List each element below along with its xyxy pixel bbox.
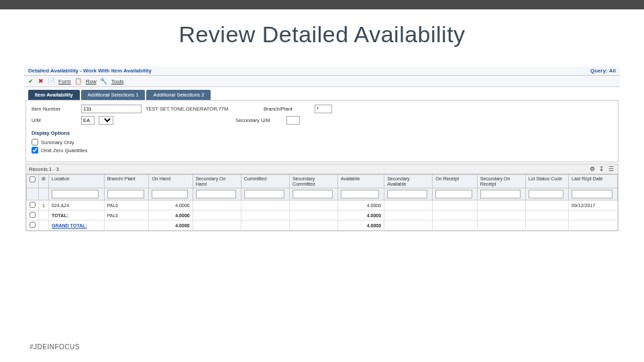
um-select[interactable] bbox=[99, 116, 113, 125]
col-secondary-on-hand[interactable]: Secondary On Hand bbox=[193, 175, 241, 188]
qbe-lotstatus[interactable] bbox=[529, 190, 564, 198]
slide-accent-bar bbox=[0, 0, 644, 9]
table-row[interactable]: TOTAL:PAL64.00004.0000 bbox=[27, 210, 618, 221]
cell-branch bbox=[104, 221, 149, 231]
secondary-um-label: Secondary U/M bbox=[235, 117, 282, 123]
cell-onhand: 4.0000 bbox=[149, 200, 193, 210]
close-icon[interactable]: ✖ bbox=[37, 77, 45, 85]
query-indicator: Query: All bbox=[590, 68, 616, 74]
app-titlebar: Detailed Availability - Work With Item A… bbox=[24, 66, 620, 76]
row-checkbox[interactable] bbox=[30, 202, 36, 208]
cell-onreceipt bbox=[433, 221, 478, 231]
cell-onreceipt bbox=[433, 210, 478, 221]
qbe-sec-onreceipt[interactable] bbox=[480, 190, 521, 198]
summary-only-label: Summary Only bbox=[41, 139, 74, 145]
cell-onhand: 4.0000 bbox=[149, 210, 193, 221]
row-indicator bbox=[39, 221, 49, 231]
cell-lotstatus bbox=[525, 210, 568, 221]
window-title: Detailed Availability - Work With Item A… bbox=[28, 68, 152, 74]
cell-sec-committed bbox=[289, 210, 337, 221]
row-menu[interactable]: Row bbox=[85, 78, 98, 84]
qbe-location[interactable] bbox=[52, 190, 99, 198]
col-on-hand[interactable]: On Hand bbox=[149, 175, 193, 188]
qbe-sec-available[interactable] bbox=[387, 190, 427, 198]
qbe-onreceipt[interactable] bbox=[435, 190, 472, 198]
table-row[interactable]: 1024.A24PAL64.00004.000009/12/2017 bbox=[27, 200, 618, 210]
qbe-onhand[interactable] bbox=[152, 190, 187, 198]
footer-hashtag: #JDEINFOCUS bbox=[30, 343, 80, 351]
grid-tools: ⚙ ↧ ☰ bbox=[588, 165, 615, 173]
application-window: Detailed Availability - Work With Item A… bbox=[24, 66, 620, 231]
cell-lastrcpt: 09/12/2017 bbox=[569, 200, 618, 210]
col-row-icon: ⊞ bbox=[39, 175, 49, 188]
cell-location: 024.A24 bbox=[49, 200, 105, 210]
cell-lotstatus bbox=[525, 221, 568, 231]
cell-location[interactable]: GRAND TOTAL: bbox=[49, 221, 105, 231]
qbe-sec-onhand[interactable] bbox=[196, 190, 236, 198]
item-number-label: Item Number bbox=[32, 106, 77, 112]
cell-committed bbox=[241, 210, 289, 221]
cell-sec-onreceipt bbox=[477, 210, 525, 221]
secondary-um-input[interactable] bbox=[286, 116, 300, 125]
omit-zero-label: Omit Zero Quantities bbox=[41, 147, 87, 154]
records-count: Records 1 - 3 bbox=[29, 166, 59, 172]
tab-additional-selections-1[interactable]: Additional Selections 1 bbox=[81, 90, 146, 100]
col-secondary-available[interactable]: Secondary Available bbox=[384, 175, 433, 188]
cell-available: 4.0000 bbox=[338, 221, 384, 231]
tools-menu[interactable]: Tools bbox=[110, 78, 125, 84]
row-checkbox[interactable] bbox=[30, 212, 36, 218]
cell-sec-onhand bbox=[193, 210, 241, 221]
col-on-receipt[interactable]: On Receipt bbox=[433, 175, 478, 188]
display-options-label: Display Options bbox=[32, 130, 612, 136]
qbe-available[interactable] bbox=[341, 190, 379, 198]
cell-available: 4.0000 bbox=[338, 210, 384, 221]
branch-plant-input[interactable] bbox=[315, 105, 332, 113]
cell-location: TOTAL: bbox=[49, 210, 105, 221]
cell-onhand: 4.0000 bbox=[149, 221, 193, 231]
form-menu[interactable]: Form bbox=[57, 78, 72, 84]
um-input[interactable] bbox=[81, 116, 95, 125]
qbe-sec-committed[interactable] bbox=[292, 190, 333, 198]
col-select[interactable] bbox=[27, 175, 39, 188]
cell-lastrcpt bbox=[569, 210, 618, 221]
col-last-rcpt[interactable]: Last Rcpt Date bbox=[569, 175, 618, 188]
cell-sec-onreceipt bbox=[477, 200, 525, 210]
tab-item-availability[interactable]: Item Availability bbox=[28, 90, 80, 100]
row-indicator bbox=[39, 210, 49, 221]
tools-icon[interactable]: 🔧 bbox=[100, 77, 108, 85]
qbe-branch[interactable] bbox=[107, 190, 144, 198]
qbe-committed[interactable] bbox=[244, 190, 284, 198]
export-icon[interactable]: ↧ bbox=[598, 165, 606, 173]
cell-sec-available bbox=[384, 200, 433, 210]
col-branch-plant[interactable]: Branch/ Plant bbox=[104, 175, 149, 188]
row-icon[interactable]: 📋 bbox=[74, 77, 83, 85]
col-secondary-committed[interactable]: Secondary Committed bbox=[289, 175, 337, 188]
col-location[interactable]: Location bbox=[49, 175, 105, 188]
cell-branch: PAL6 bbox=[104, 200, 149, 210]
col-secondary-on-receipt[interactable]: Secondary On Receipt bbox=[477, 175, 525, 188]
cell-committed bbox=[241, 221, 289, 231]
cell-committed bbox=[241, 200, 289, 210]
col-lot-status[interactable]: Lot Status Code bbox=[525, 175, 568, 188]
cell-onreceipt bbox=[433, 200, 478, 210]
grid-header-bar: Records 1 - 3 ⚙ ↧ ☰ bbox=[25, 164, 619, 174]
item-number-input[interactable] bbox=[81, 105, 142, 113]
omit-zero-checkbox[interactable] bbox=[32, 147, 38, 154]
cell-sec-onhand bbox=[193, 221, 241, 231]
um-label: U/M bbox=[32, 117, 77, 123]
grid-menu-icon[interactable]: ☰ bbox=[607, 165, 615, 173]
cell-lastrcpt bbox=[569, 221, 618, 231]
col-available[interactable]: Available bbox=[338, 175, 384, 188]
slide-title: Review Detailed Availability bbox=[0, 21, 644, 48]
table-row[interactable]: GRAND TOTAL:4.00004.0000 bbox=[27, 221, 618, 231]
summary-only-checkbox[interactable] bbox=[32, 139, 38, 145]
form-panel: Item Number TEST SET,TONE,GENERATOR,77M … bbox=[25, 100, 619, 162]
select-all-checkbox[interactable] bbox=[30, 176, 36, 182]
row-checkbox[interactable] bbox=[30, 222, 36, 228]
customize-grid-icon[interactable]: ⚙ bbox=[588, 165, 596, 173]
col-committed[interactable]: Committed bbox=[241, 175, 289, 188]
form-icon[interactable]: 📄 bbox=[47, 77, 55, 85]
ok-icon[interactable]: ✔ bbox=[27, 77, 35, 85]
tab-additional-selections-2[interactable]: Additional Selections 2 bbox=[146, 90, 211, 100]
qbe-lastrcpt[interactable] bbox=[572, 190, 612, 198]
